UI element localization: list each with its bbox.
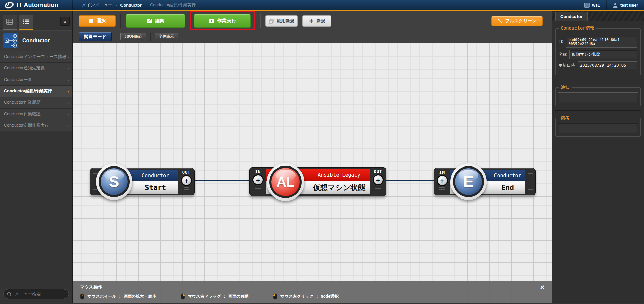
notice-legend: 通知 (559, 84, 572, 90)
chevron-right-icon: › (67, 100, 69, 105)
conductor-icon: S (3, 33, 18, 48)
panel-divider (555, 110, 641, 111)
node-name-label: 仮想マシン状態 (313, 183, 366, 193)
node-out-port[interactable]: OUT + (178, 168, 194, 195)
field-row-updated: 更新日時 2025/08/29 14:20:05 (559, 61, 637, 69)
notice-fieldset: 通知 (555, 84, 641, 106)
node-type-label: Conductor (494, 173, 521, 179)
plus-icon (309, 19, 314, 23)
sidebar-section-header: S Conductor (0, 30, 72, 51)
view-toolbar: 閲覧モード JSON保存 全体表示 (73, 30, 552, 43)
chevron-right-icon: › (67, 123, 69, 128)
breadcrumb-main-menu[interactable]: メインメニュー (82, 2, 112, 8)
mouse-right-button-icon (181, 293, 185, 300)
node-end[interactable]: IN + Conductor End E (434, 168, 536, 195)
sidebar-item-conductor-list[interactable]: Conductor一覧 › (0, 74, 72, 86)
app-logo[interactable]: IT Automation (0, 0, 73, 10)
sidebar-item-notification-destination[interactable]: Conductor通知先定義 › (0, 63, 72, 74)
chevron-right-icon: › (67, 89, 69, 94)
breadcrumb: メインメニュー › Conductor › Conductor編集/作業実行 (73, 2, 196, 8)
node-in-port[interactable]: IN + (434, 168, 450, 195)
note-fieldset: 備考 (555, 115, 641, 137)
sidebar-item-work-history[interactable]: Conductor作業履歴 › (0, 97, 72, 109)
field-row-name: 名称 仮想マシン状態 (559, 50, 637, 59)
mouse-left-button-icon (273, 293, 277, 300)
sidebar-spacer (0, 131, 72, 289)
sidebar-item-scheduled-execute[interactable]: Conductor定期作業実行 › (0, 120, 72, 131)
node-out-port[interactable]: OUT + (370, 168, 386, 196)
sidebar-item-conductor-interface[interactable]: Conductorインターフェース情報 › (0, 51, 72, 63)
execute-button[interactable]: 作業実行 (194, 14, 251, 28)
grid-icon (6, 19, 13, 25)
logo-icon (5, 1, 14, 10)
node-al-badge: AL (267, 163, 304, 201)
node-name-label: End (501, 184, 514, 192)
fit-view-button[interactable]: 全体表示 (155, 33, 178, 40)
port-grip (255, 187, 261, 190)
chevron-right-icon: › (67, 112, 69, 117)
user-menu[interactable]: test user (606, 0, 644, 10)
connector-plug-icon[interactable]: + (181, 175, 192, 186)
node-type-label: Ansible Legacy (318, 172, 360, 178)
tab-conductor[interactable]: Condcutor (555, 12, 588, 21)
node-ansible-legacy[interactable]: IN + Ansible Legacy 仮想マシン状態 OUT + (249, 167, 386, 196)
edge-start-to-al (193, 180, 251, 181)
sidebar-item-conductor-edit-execute[interactable]: Conductor編集/作業実行 › (0, 86, 72, 97)
note-legend: 備考 (559, 115, 572, 121)
mouse-help-title: マウス操作 (80, 284, 544, 290)
mouse-help-close-icon[interactable]: ✕ (540, 284, 545, 291)
detail-panel: Condcutor Conductor情報 ID ead02c69-21ea-4… (552, 11, 644, 303)
field-label: ID (559, 39, 563, 44)
pencil-icon (146, 18, 152, 24)
user-label: test user (620, 3, 638, 8)
user-icon (613, 3, 618, 8)
fullscreen-button[interactable]: フルスクリーン (491, 16, 543, 26)
toolbar-separator (150, 33, 151, 41)
notice-input[interactable] (558, 92, 638, 102)
conductor-info-legend: Conductor情報 (559, 25, 596, 31)
conductor-info-fieldset: Conductor情報 ID ead02c69-21ea-4110-80a1-0… (555, 25, 641, 75)
chevron-right-icon: › (67, 66, 69, 71)
note-input[interactable] (558, 123, 638, 133)
new-button[interactable]: 新規 (302, 15, 331, 27)
port-grip (375, 187, 381, 190)
sidebar-item-work-confirm[interactable]: Conductor作業確認 › (0, 109, 72, 120)
execute-highlight-box: 作業実行 (190, 11, 255, 31)
breadcrumb-conductor[interactable]: Conductor (120, 3, 142, 8)
port-grip (184, 187, 189, 191)
sidebar-tab-grid[interactable] (3, 15, 17, 30)
edge-al-to-end (385, 180, 436, 181)
chevron-right-icon: › (67, 54, 69, 60)
node-end-badge: E (450, 163, 487, 200)
view-mode-button[interactable]: 閲覧モード (79, 32, 112, 41)
json-save-button[interactable]: JSON保存 (120, 33, 146, 40)
connector-plug-icon[interactable]: + (373, 174, 384, 185)
select-button[interactable]: 選択 (79, 15, 116, 27)
sidebar-section-title: Conductor (22, 38, 50, 44)
play-icon (209, 18, 214, 24)
menu-search-input[interactable] (15, 292, 69, 296)
workspace-icon (584, 3, 590, 8)
mouse-help-wheel: マウスホイール : 画面の拡大・縮小 (80, 293, 156, 300)
sidebar-tab-list[interactable] (19, 15, 33, 30)
reuse-new-button[interactable]: 流用新規 (265, 15, 298, 27)
search-icon (7, 292, 12, 297)
connector-plug-icon[interactable]: + (437, 175, 448, 186)
document-list-icon (88, 18, 93, 24)
edit-button[interactable]: 編集 (126, 14, 185, 28)
connector-plug-icon[interactable]: + (252, 174, 264, 185)
chevron-right-icon: › (67, 77, 69, 83)
conductor-id-value: ead02c69-21ea-4110-80a1-00352e2f2d8a (566, 36, 637, 48)
menu-search[interactable]: ✕ (3, 289, 69, 299)
sidebar-menu: Conductorインターフェース情報 › Conductor通知先定義 › C… (0, 51, 72, 131)
workspace-switcher[interactable]: ws1 (578, 0, 606, 10)
copy-icon (269, 19, 274, 24)
sidebar-collapse-button[interactable]: « (60, 17, 70, 26)
conductor-updated-value: 2025/08/29 14:20:05 (578, 61, 637, 69)
node-in-port[interactable]: IN + (250, 168, 266, 196)
workspace-label: ws1 (592, 3, 600, 8)
conductor-canvas[interactable]: Conductor Start OUT + S IN (73, 43, 552, 303)
toolbar-separator (260, 14, 261, 28)
node-start[interactable]: Conductor Start OUT + S (90, 168, 195, 195)
toolbar-separator (120, 14, 121, 28)
